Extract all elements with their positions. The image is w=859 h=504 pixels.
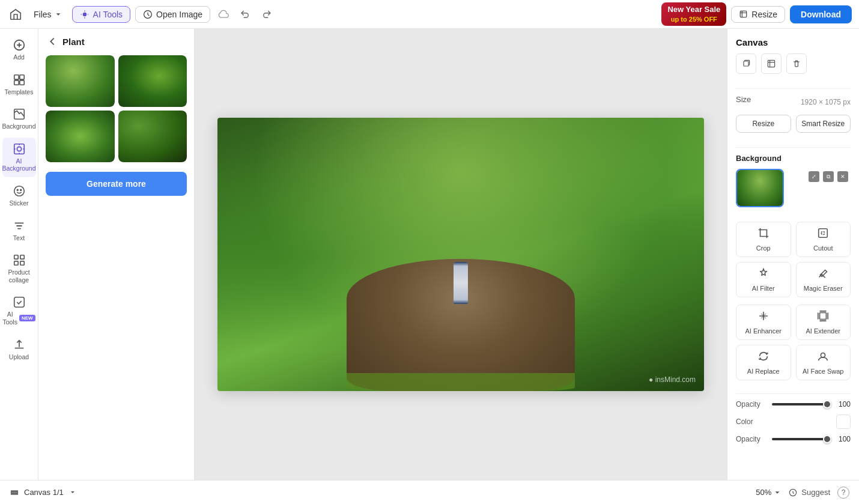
home-icon[interactable]: [7, 6, 24, 23]
canvas-action-duplicate[interactable]: [736, 53, 756, 74]
canvas-action-resize[interactable]: [761, 53, 782, 74]
download-button[interactable]: Download: [790, 5, 852, 23]
files-label: Files: [34, 10, 52, 19]
tool-ai-face-swap[interactable]: AI Face Swap: [796, 345, 851, 380]
sidebar-item-ai-tools[interactable]: AI Tools NEW: [2, 291, 36, 330]
resize-button[interactable]: Resize: [736, 115, 791, 133]
panel-header: Plant: [38, 29, 194, 52]
color-opacity-slider[interactable]: [772, 438, 831, 440]
svg-rect-16: [14, 261, 17, 265]
smart-resize-button[interactable]: Smart Resize: [796, 115, 851, 133]
color-opacity-row: Opacity 100: [736, 435, 851, 443]
sidebar-item-add[interactable]: Add: [2, 34, 36, 66]
canvas-chevron-icon[interactable]: [68, 488, 77, 497]
size-row: Size 1920 × 1075 px: [736, 95, 851, 109]
promo-banner[interactable]: New Year Sale up to 25% OFF: [661, 2, 726, 26]
bottom-bar: Canvas 1/1 50% Suggest ?: [0, 480, 859, 504]
zoom-value: 50%: [756, 488, 771, 497]
ai-extender-label: AI Extender: [806, 327, 840, 335]
sidebar-item-ai-background[interactable]: AI Background: [2, 138, 36, 177]
svg-rect-9: [14, 144, 24, 154]
ai-tools-label: AI Tools: [93, 10, 123, 19]
svg-rect-20: [768, 60, 774, 67]
tool-ai-extender[interactable]: AI Extender: [796, 305, 851, 340]
sidebar-item-product-collage[interactable]: Product collage: [2, 249, 36, 288]
panel-title: Plant: [62, 37, 85, 47]
panel: Plant Generate more: [38, 29, 195, 480]
svg-rect-25: [11, 492, 17, 493]
redo-button[interactable]: [258, 6, 275, 23]
svg-point-10: [17, 147, 21, 151]
panel-image-2[interactable]: [118, 55, 187, 107]
resize-btn-row: Resize Smart Resize: [736, 115, 851, 133]
cloud-icon[interactable]: [215, 6, 232, 23]
panel-image-1[interactable]: [46, 55, 115, 107]
panel-back-button[interactable]: [47, 36, 58, 47]
ai-extender-icon: [817, 310, 829, 325]
size-value: 1920 × 1075 px: [801, 98, 851, 106]
files-menu[interactable]: Files: [29, 7, 67, 22]
canvas-background: ● insMind.com: [217, 118, 704, 391]
bg-preview[interactable]: [736, 169, 784, 207]
bg-action-copy[interactable]: ⧉: [823, 171, 834, 182]
ai-replace-label: AI Replace: [747, 368, 780, 375]
cutout-label: Cutout: [813, 244, 833, 252]
sidebar-collage-label: Product collage: [6, 269, 32, 284]
undo-button[interactable]: [237, 6, 253, 23]
promo-subtitle: up to 25% OFF: [667, 15, 720, 23]
color-opacity-thumb[interactable]: [823, 435, 831, 443]
tool-ai-enhancer[interactable]: AI Enhancer: [736, 305, 791, 340]
tool-ai-replace[interactable]: AI Replace: [736, 345, 791, 380]
generate-more-button[interactable]: Generate more: [46, 172, 187, 196]
zoom-chevron-icon: [774, 489, 781, 496]
tool-grid-2: AI Enhancer AI Extender AI Replace AI Fa…: [736, 305, 851, 380]
topbar: Files AI Tools Open Image New Year Sale …: [0, 0, 859, 29]
panel-image-3[interactable]: [46, 111, 115, 162]
resize-label: Resize: [751, 10, 777, 19]
magic-eraser-label: Magic Eraser: [804, 285, 843, 292]
panel-image-placeholder-1: [46, 55, 115, 107]
zoom-control[interactable]: 50%: [756, 488, 781, 497]
sidebar-item-upload[interactable]: Upload: [2, 333, 36, 366]
svg-rect-26: [11, 493, 17, 494]
open-image-button[interactable]: Open Image: [135, 6, 210, 23]
svg-point-23: [821, 353, 825, 357]
tool-cutout[interactable]: Cutout: [796, 222, 851, 257]
sidebar-item-text[interactable]: Text: [2, 214, 36, 247]
color-opacity-value: 100: [836, 435, 851, 443]
color-swatch[interactable]: [836, 414, 851, 429]
resize-button[interactable]: Resize: [731, 6, 785, 23]
help-label: ?: [842, 488, 846, 497]
suggest-label: Suggest: [801, 488, 830, 497]
ai-tools-button[interactable]: AI Tools: [72, 6, 131, 23]
tool-crop[interactable]: Crop: [736, 222, 791, 257]
sidebar-item-background[interactable]: Background: [2, 103, 36, 135]
suggest-button[interactable]: Suggest: [788, 488, 830, 497]
left-sidebar: Add Templates Background AI Background S…: [0, 29, 38, 480]
canvas-action-delete[interactable]: [786, 53, 807, 74]
svg-point-0: [82, 12, 86, 16]
bg-action-expand[interactable]: ⤢: [809, 171, 819, 182]
crop-icon: [757, 227, 769, 242]
sidebar-item-templates[interactable]: Templates: [2, 68, 36, 101]
svg-rect-18: [14, 297, 24, 308]
tool-ai-filter[interactable]: AI Filter: [736, 262, 791, 297]
svg-point-12: [17, 189, 18, 190]
panel-image-4[interactable]: [118, 111, 187, 162]
svg-rect-17: [20, 261, 23, 265]
opacity-value: 100: [836, 400, 851, 408]
canvas-image[interactable]: ● insMind.com: [217, 118, 704, 391]
divider-2: [736, 147, 851, 148]
layers-icon: [10, 488, 19, 497]
bg-action-delete[interactable]: ✕: [837, 171, 848, 182]
panel-image-placeholder-2: [118, 55, 187, 107]
help-button[interactable]: ?: [837, 487, 849, 499]
opacity-slider-thumb[interactable]: [823, 400, 831, 408]
water-bottle: [454, 262, 468, 304]
tool-magic-eraser[interactable]: Magic Eraser: [796, 262, 851, 297]
crop-label: Crop: [756, 244, 771, 252]
opacity-slider[interactable]: [772, 403, 831, 405]
svg-rect-21: [819, 229, 828, 238]
sidebar-upload-label: Upload: [9, 353, 29, 361]
sidebar-item-sticker[interactable]: Sticker: [2, 180, 36, 212]
